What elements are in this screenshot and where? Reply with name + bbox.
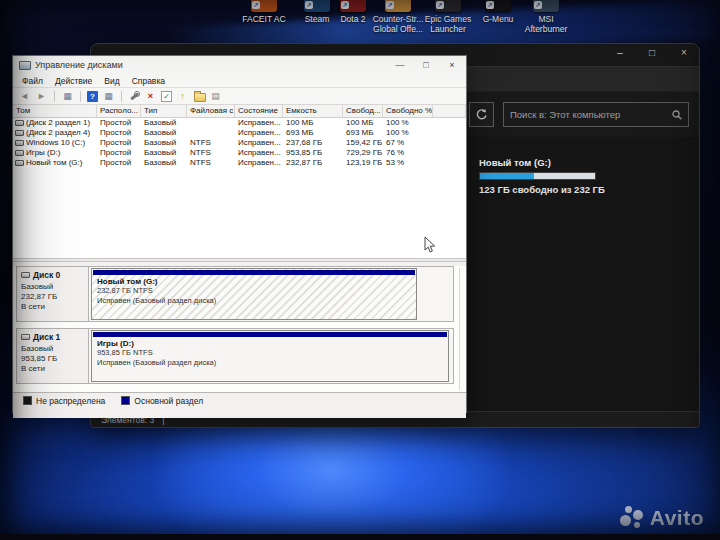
dota2-icon: ↗ — [340, 0, 366, 12]
pane-splitter[interactable] — [13, 259, 466, 262]
volume-icon — [15, 140, 24, 146]
menu-help[interactable]: Справка — [127, 74, 170, 87]
search-input[interactable]: Поиск в: Этот компьютер — [510, 109, 672, 120]
wrench-icon[interactable] — [128, 90, 140, 102]
toolbar-separator — [121, 91, 122, 102]
table-row[interactable]: Игры (D:) Простой Базовый NTFS Исправен.… — [13, 148, 466, 158]
minimize-button[interactable]: — — [394, 60, 406, 70]
column-header[interactable]: Состояние — [235, 105, 283, 117]
menu-action[interactable]: Действие — [50, 74, 97, 87]
disk-management-app-icon — [19, 61, 31, 70]
close-button[interactable]: × — [446, 60, 458, 70]
desktop-icon-msi-afterburner[interactable]: ↗ MSIAfterburner — [517, 0, 575, 34]
legend-unallocated: Не распределена — [23, 396, 105, 406]
disk-icon — [21, 334, 30, 340]
partition-type-bar — [93, 332, 447, 337]
shortcut-arrow-icon: ↗ — [252, 1, 260, 9]
shortcut-arrow-icon: ↗ — [386, 1, 394, 9]
partition-new-volume-g[interactable]: Новый том (G:) 232,87 ГБ NTFS Исправен (… — [91, 268, 417, 320]
legend: Не распределена Основной раздел — [13, 392, 466, 408]
search-box[interactable]: Поиск в: Этот компьютер — [503, 102, 689, 127]
disk-icon — [21, 272, 30, 278]
avito-text: Avito — [650, 506, 704, 530]
menu-file[interactable]: Файл — [17, 74, 48, 87]
window-bottom-edge — [13, 408, 466, 418]
disk-1-block: Диск 1 Базовый 953,85 ГБ В сети Игры (D:… — [16, 328, 454, 384]
column-header[interactable]: Свобод... — [343, 105, 383, 117]
mouse-cursor — [424, 236, 437, 255]
avito-watermark: Avito — [620, 506, 704, 530]
check-icon[interactable]: ✓ — [161, 91, 172, 102]
faceit-icon: ↗ — [251, 0, 277, 12]
properties-icon[interactable]: ▤ — [209, 90, 222, 102]
column-header[interactable]: Файловая с... — [187, 105, 235, 117]
desktop-icon-label: FACEIT AC — [235, 14, 293, 24]
disk-1-label[interactable]: Диск 1 Базовый 953,85 ГБ В сети — [17, 329, 89, 383]
legend-primary-partition: Основной раздел — [121, 396, 203, 406]
drive-free-space: 123 ГБ свободно из 232 ГБ — [479, 184, 699, 195]
console-window-icon[interactable]: ▦ — [61, 90, 74, 102]
msi-afterburner-icon: ↗ — [533, 0, 559, 12]
volume-list-header: Том Располо... Тип Файловая с... Состоян… — [13, 105, 466, 118]
partition-type-bar — [93, 270, 415, 275]
drive-capacity-fill — [480, 173, 534, 179]
drive-capacity-bar — [479, 172, 596, 180]
column-header-filler — [433, 105, 466, 117]
disk-management-window: Управление дисками — □ × Файл Действие В… — [12, 55, 467, 413]
volume-icon — [15, 120, 24, 126]
drive-item[interactable]: Новый том (G:) 123 ГБ свободно из 232 ГБ — [479, 157, 699, 195]
scrollbar[interactable] — [459, 268, 460, 390]
legend-color-swatch — [121, 396, 130, 405]
monitor-bezel — [0, 534, 720, 540]
column-header[interactable]: Емкость — [283, 105, 343, 117]
table-row[interactable]: (Диск 2 раздел 1) Простой Базовый Исправ… — [13, 118, 466, 128]
toolbar-separator — [80, 91, 81, 102]
disk-0-block: Диск 0 Базовый 232,87 ГБ В сети Новый то… — [16, 266, 454, 322]
maximize-button[interactable]: □ — [645, 47, 659, 58]
shortcut-arrow-icon: ↗ — [305, 1, 313, 9]
table-row[interactable]: Новый том (G:) Простой Базовый NTFS Испр… — [13, 158, 466, 168]
partition-games-d[interactable]: Игры (D:) 953,85 ГБ NTFS Исправен (Базов… — [91, 330, 449, 382]
forward-icon[interactable]: ► — [35, 90, 48, 102]
shortcut-arrow-icon: ↗ — [534, 1, 542, 9]
export-list-icon[interactable]: ▦ — [102, 90, 115, 102]
disk-management-titlebar[interactable]: Управление дисками — □ × — [13, 56, 466, 74]
window-title: Управление дисками — [35, 60, 394, 70]
volume-icon — [15, 160, 24, 166]
table-row[interactable]: (Диск 2 раздел 4) Простой Базовый Исправ… — [13, 128, 466, 138]
desktop-icon-label: MSIAfterburner — [517, 14, 575, 34]
column-header[interactable]: Том — [13, 105, 97, 117]
graphical-view: Диск 0 Базовый 232,87 ГБ В сети Новый то… — [13, 266, 466, 392]
gmenu-icon: ↗ — [485, 0, 511, 12]
column-header[interactable]: Свободно % — [383, 105, 433, 117]
epic-games-icon: ↗ — [435, 0, 461, 12]
desktop-icon-faceit[interactable]: ↗ FACEIT AC — [235, 0, 293, 24]
minimize-button[interactable]: – — [613, 47, 627, 58]
back-icon[interactable]: ◄ — [18, 90, 31, 102]
toolbar-separator — [54, 91, 55, 102]
menubar: Файл Действие Вид Справка — [13, 74, 466, 88]
search-icon — [672, 110, 682, 120]
shortcut-arrow-icon: ↗ — [486, 1, 494, 9]
csgo-icon: ↗ — [385, 0, 411, 12]
volume-icon — [15, 150, 24, 156]
close-button[interactable]: × — [677, 47, 691, 58]
up-arrow-icon[interactable]: ↑ — [176, 90, 189, 102]
refresh-button[interactable] — [469, 102, 494, 127]
shortcut-arrow-icon: ↗ — [341, 1, 349, 9]
refresh-icon — [475, 108, 488, 121]
disk-0-label[interactable]: Диск 0 Базовый 232,87 ГБ В сети — [17, 267, 89, 321]
delete-icon[interactable]: × — [144, 90, 157, 102]
help-icon[interactable]: ? — [87, 91, 98, 102]
volume-list: Том Располо... Тип Файловая с... Состоян… — [13, 105, 466, 259]
desktop: ↗ FACEIT AC ↗ Steam ↗ Dota 2 ↗ Counter-S… — [0, 0, 720, 540]
maximize-button[interactable]: □ — [420, 60, 432, 70]
column-header[interactable]: Располо... — [97, 105, 141, 117]
table-row[interactable]: Windows 10 (C:) Простой Базовый NTFS Исп… — [13, 138, 466, 148]
drive-name: Новый том (G:) — [479, 157, 699, 168]
shortcut-arrow-icon: ↗ — [436, 1, 444, 9]
menu-view[interactable]: Вид — [99, 74, 124, 87]
toolbar: ◄ ► ▦ ? ▦ × ✓ ↑ ▤ — [13, 88, 466, 105]
column-header[interactable]: Тип — [141, 105, 187, 117]
folder-icon[interactable] — [193, 90, 205, 102]
